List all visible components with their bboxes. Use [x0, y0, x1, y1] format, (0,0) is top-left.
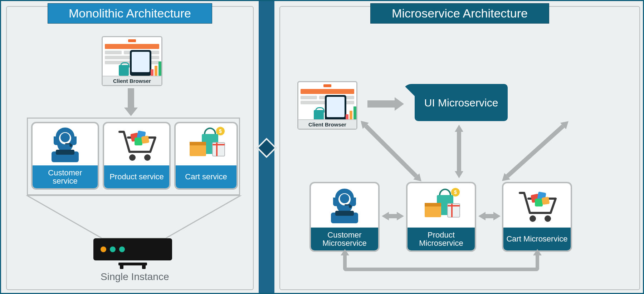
svg-point-7: [144, 154, 151, 161]
svg-point-31: [530, 215, 536, 222]
microservice-title-banner: Microservice Architecture: [370, 3, 549, 24]
biarrow-diag-left-icon: [358, 118, 425, 185]
svg-rect-35: [535, 199, 543, 206]
client-browser-label: Client Browser: [103, 76, 161, 85]
shopping-cart-icon: [115, 125, 158, 164]
single-instance-label: Single Instance: [101, 271, 169, 283]
svg-rect-5: [65, 143, 71, 144]
svg-rect-36: [542, 197, 550, 205]
monolithic-panel: Monolithic Architecture Client Browser: [6, 6, 254, 290]
server-icon: [93, 238, 172, 260]
ui-microservice-box: UI Microservice: [415, 84, 508, 121]
customer-agent-icon: [44, 125, 87, 164]
customer-agent-icon: [323, 186, 366, 225]
svg-text:$: $: [454, 189, 457, 195]
product-service-label: Product service: [104, 165, 169, 188]
shopping-bags-icon: $: [420, 186, 463, 225]
svg-marker-18: [27, 195, 241, 238]
svg-rect-16: [190, 142, 206, 145]
cart-microservice-label: Cart Microservice: [503, 228, 571, 250]
ui-microservice-label: UI Microservice: [424, 97, 498, 109]
biarrow-prod-cart-icon: [478, 212, 501, 220]
svg-point-23: [349, 205, 352, 208]
svg-point-4: [69, 144, 72, 147]
u-connector-icon: [343, 255, 539, 271]
microservice-panel: Microservice Architecture Client Browser…: [279, 6, 640, 290]
svg-point-32: [545, 215, 551, 222]
monolithic-title-banner: Monolithic Architecture: [48, 3, 212, 24]
client-browser-label: Client Browser: [298, 119, 356, 129]
cart-service-card: $ Cart service: [174, 122, 238, 190]
customer-service-card: Customer service: [31, 122, 99, 190]
product-microservice-card: $ Product Microservice: [406, 182, 476, 252]
product-service-card: Product service: [103, 122, 171, 190]
monolithic-title: Monolithic Architecture: [69, 6, 191, 20]
svg-rect-29: [425, 203, 441, 206]
svg-rect-11: [141, 136, 150, 144]
svg-rect-10: [135, 138, 142, 145]
shopping-bags-icon: $: [185, 125, 228, 164]
microservice-title: Microservice Architecture: [392, 6, 528, 20]
customer-microservice-label: Customer Microservice: [311, 228, 378, 250]
arrow-right-icon: [367, 100, 395, 108]
client-browser-right: Client Browser: [297, 81, 357, 130]
svg-text:$: $: [219, 128, 222, 134]
svg-rect-22: [335, 211, 354, 216]
cart-microservice-card: Cart Microservice: [502, 182, 572, 252]
svg-point-20: [340, 194, 349, 203]
arrow-down-icon: [128, 88, 134, 108]
funnel-icon: [23, 195, 244, 243]
customer-service-label: Customer service: [33, 165, 98, 188]
cart-service-label: Cart service: [176, 165, 236, 188]
svg-point-1: [60, 133, 70, 142]
shopping-illustration-icon: [317, 93, 354, 121]
product-microservice-label: Product Microservice: [408, 228, 475, 250]
shopping-cart-icon: [516, 186, 558, 225]
biarrow-cust-prod-icon: [382, 212, 404, 220]
customer-microservice-card: Customer Microservice: [309, 182, 380, 252]
svg-rect-24: [345, 204, 350, 205]
biarrow-diag-right-icon: [499, 118, 571, 184]
biarrow-vertical-icon: [455, 125, 463, 178]
client-browser-left: Client Browser: [102, 36, 162, 86]
shopping-illustration-icon: [122, 48, 159, 76]
svg-point-6: [129, 154, 136, 161]
svg-rect-3: [56, 150, 74, 155]
